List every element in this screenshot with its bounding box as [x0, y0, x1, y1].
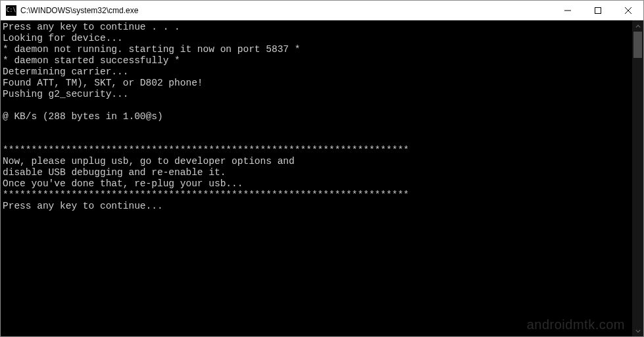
close-icon — [625, 7, 632, 14]
window-titlebar[interactable]: C:\ C:\WINDOWS\system32\cmd.exe — [1, 1, 643, 20]
terminal-output[interactable]: Press any key to continue . . . Looking … — [1, 20, 632, 336]
scroll-down-button[interactable] — [632, 325, 643, 336]
scrollbar-thumb[interactable] — [633, 32, 642, 58]
terminal-area: Press any key to continue . . . Looking … — [1, 20, 643, 336]
scrollbar-track[interactable] — [632, 32, 643, 325]
cmd-icon: C:\ — [6, 5, 16, 16]
vertical-scrollbar[interactable] — [632, 20, 643, 336]
window-controls — [553, 1, 643, 20]
maximize-button[interactable] — [583, 1, 613, 20]
svg-rect-1 — [595, 7, 601, 13]
scroll-up-button[interactable] — [632, 20, 643, 32]
maximize-icon — [595, 7, 601, 14]
chevron-down-icon — [635, 328, 641, 334]
cmd-window: C:\ C:\WINDOWS\system32\cmd.exe Press an… — [1, 1, 643, 336]
close-button[interactable] — [613, 1, 643, 20]
minimize-icon — [564, 7, 571, 14]
chevron-up-icon — [635, 24, 641, 29]
window-title: C:\WINDOWS\system32\cmd.exe — [20, 6, 553, 15]
minimize-button[interactable] — [553, 1, 583, 20]
